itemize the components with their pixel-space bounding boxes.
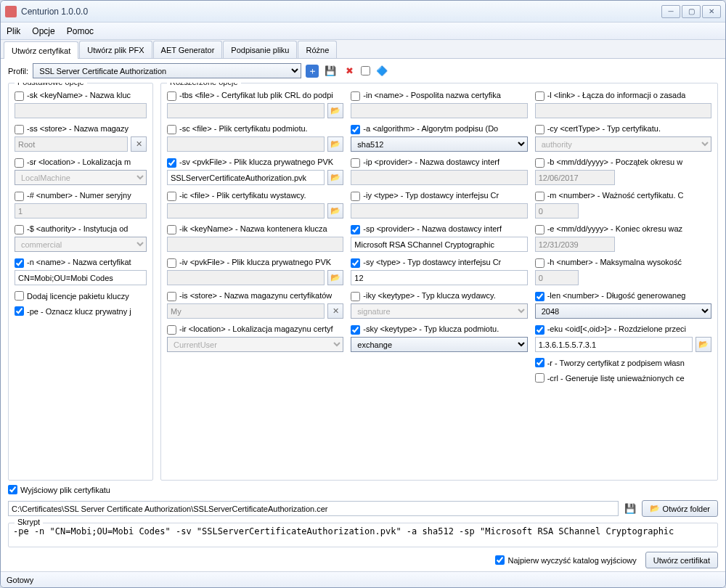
tab-rozne[interactable]: Różne (298, 41, 337, 58)
inp-in[interactable] (351, 103, 527, 118)
chk-eku[interactable] (535, 325, 544, 335)
save-profile-icon[interactable]: 💾 (323, 64, 338, 78)
btn-eku-browse[interactable] (696, 337, 711, 352)
sel-sr[interactable]: LocalMachine (15, 170, 147, 185)
chk-auth[interactable] (15, 225, 24, 234)
inp-output-path[interactable] (8, 501, 619, 516)
lbl-sky: -sky <keytype> - Typ klucza podmiotu. (363, 324, 499, 333)
sel-ir[interactable]: CurrentUser (167, 337, 343, 352)
sel-a[interactable]: sha512 (351, 136, 527, 152)
inp-is[interactable] (167, 303, 325, 319)
tab-utworz-pfx[interactable]: Utwórz plik PFX (79, 41, 152, 58)
chk-l[interactable] (535, 91, 544, 101)
chk-dodaj[interactable] (15, 291, 24, 301)
chk-iv[interactable] (167, 258, 176, 268)
menu-plik[interactable]: Plik (7, 26, 20, 36)
chk-sp[interactable] (351, 225, 360, 234)
chk-n[interactable] (15, 258, 24, 268)
chk-pe[interactable] (15, 306, 24, 316)
delete-profile-icon[interactable]: ✖ (342, 64, 356, 78)
profile-select[interactable]: SSL Server Certificate Authorization (33, 63, 301, 78)
close-button[interactable]: ✕ (702, 5, 721, 18)
chk-a[interactable] (351, 125, 360, 134)
chk-ip[interactable] (351, 158, 360, 168)
inp-sy[interactable] (351, 270, 527, 285)
chk-sc[interactable] (167, 125, 176, 134)
chk-iky[interactable] (351, 292, 360, 301)
inp-sp[interactable] (351, 237, 527, 252)
tab-aet-generator[interactable]: AET Generator (153, 41, 223, 58)
menu-opcje[interactable]: Opcje (32, 26, 54, 36)
tab-utworz-certyfikat[interactable]: Utwórz certyfikat (4, 41, 78, 59)
chk-sk[interactable] (15, 91, 24, 101)
help-icon[interactable]: 🔷 (375, 64, 389, 78)
inp-sc[interactable] (167, 136, 325, 152)
inp-e[interactable] (535, 237, 615, 252)
sel-auth[interactable]: commercial (15, 237, 147, 252)
inp-ik[interactable] (167, 237, 343, 252)
chk-sy[interactable] (351, 258, 360, 268)
inp-n[interactable] (15, 270, 147, 285)
btn-ss-clear[interactable] (131, 136, 147, 152)
chk-h[interactable] (535, 258, 544, 268)
chk-sv[interactable] (167, 158, 176, 168)
inp-iy[interactable] (351, 203, 527, 219)
sel-sky[interactable]: exchange (351, 337, 527, 352)
chk-crl[interactable] (535, 373, 544, 383)
btn-open-folder[interactable]: 📂 Otwórz folder (642, 500, 718, 517)
chk-ic[interactable] (167, 192, 176, 201)
inp-tbs[interactable] (167, 103, 325, 118)
chk-ss[interactable] (15, 125, 24, 134)
inp-m[interactable] (535, 203, 579, 219)
btn-ic-browse[interactable] (327, 203, 343, 219)
maximize-button[interactable]: ▢ (682, 5, 701, 18)
sel-len[interactable]: 2048 (535, 303, 711, 319)
chk-in[interactable] (351, 91, 360, 101)
inp-ip[interactable] (351, 170, 527, 185)
btn-create-cert[interactable]: Utwórz certifikat (645, 552, 718, 568)
chk-num[interactable] (15, 192, 24, 201)
inp-iv[interactable] (167, 270, 325, 285)
lbl-eku: -eku <oid[<,oid>]> - Rozdzielone przeci (547, 324, 686, 333)
chk-b[interactable] (535, 158, 544, 168)
inp-sk[interactable] (15, 103, 147, 118)
script-textarea[interactable]: -pe -n "CN=Mobi;OU=Mobi Codes" -sv "SSLS… (10, 525, 716, 544)
chk-ik[interactable] (167, 225, 176, 234)
chk-output[interactable] (8, 485, 17, 494)
chk-tbs[interactable] (167, 91, 176, 101)
inp-eku[interactable] (535, 337, 693, 352)
chk-m[interactable] (535, 192, 544, 201)
save-output-icon[interactable]: 💾 (623, 502, 637, 516)
profile-checkbox[interactable] (361, 66, 370, 75)
chk-sky[interactable] (351, 325, 360, 335)
lbl-n: -n <name> - Nazwa certyfikat (27, 258, 131, 266)
tab-podpisanie[interactable]: Podpisanie pliku (223, 41, 297, 58)
inp-ic[interactable] (167, 203, 325, 219)
btn-iv-browse[interactable] (327, 270, 343, 285)
chk-r[interactable] (535, 358, 544, 367)
menu-pomoc[interactable]: Pomoc (67, 26, 94, 36)
inp-num[interactable] (15, 203, 147, 219)
chk-len[interactable] (535, 292, 544, 301)
inp-ss[interactable] (15, 136, 128, 152)
chk-cy[interactable] (535, 125, 544, 134)
chk-iy[interactable] (351, 192, 360, 201)
minimize-button[interactable]: ─ (661, 5, 680, 18)
chk-ir[interactable] (167, 325, 176, 335)
add-profile-icon[interactable]: ＋ (306, 65, 319, 78)
sel-iky[interactable]: signature (351, 303, 527, 319)
chk-is[interactable] (167, 292, 176, 301)
inp-b[interactable] (535, 170, 615, 185)
btn-sc-browse[interactable] (327, 136, 343, 152)
btn-is-clear[interactable] (327, 303, 343, 319)
chk-sr[interactable] (15, 158, 24, 168)
btn-tbs-browse[interactable] (327, 103, 343, 118)
chk-clear-dir[interactable] (495, 555, 505, 565)
inp-l[interactable] (535, 103, 711, 118)
inp-h[interactable] (535, 270, 579, 285)
chk-e[interactable] (535, 225, 544, 234)
sel-cy[interactable]: authority (535, 136, 711, 152)
inp-sv[interactable] (167, 170, 325, 185)
btn-sv-browse[interactable] (327, 170, 343, 185)
lbl-in: -in <name> - Pospolita nazwa certyfika (363, 91, 501, 99)
